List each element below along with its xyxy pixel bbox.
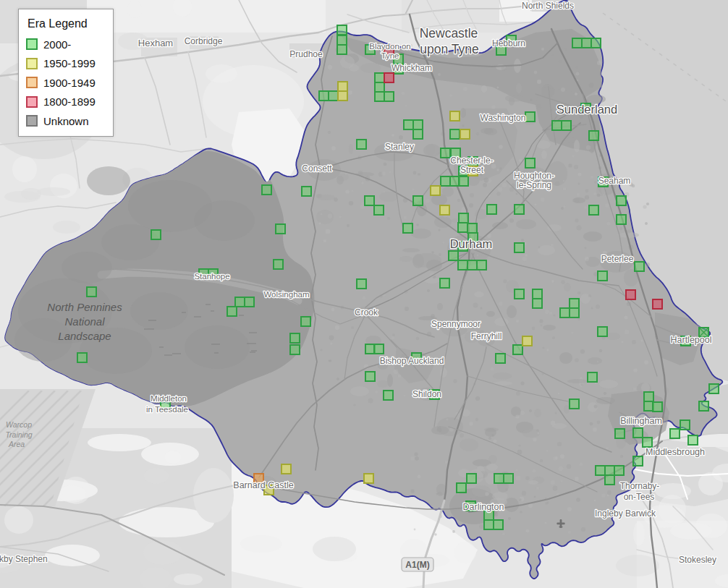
svg-text:Middlesbrough: Middlesbrough [646, 447, 705, 457]
svg-text:Tyne: Tyne [381, 51, 399, 60]
svg-text:Shildon: Shildon [412, 389, 441, 399]
svg-text:Stokesley: Stokesley [679, 555, 716, 565]
svg-text:Bishop Auckland: Bishop Auckland [380, 356, 444, 366]
svg-text:Ingleby Barwick: Ingleby Barwick [595, 508, 656, 519]
svg-text:Sunderland: Sunderland [556, 103, 617, 116]
svg-text:Newcastle: Newcastle [420, 26, 478, 41]
svg-text:Kirkby Stephen: Kirkby Stephen [0, 554, 48, 564]
svg-text:Peterlee: Peterlee [601, 254, 634, 264]
svg-text:Durham: Durham [450, 237, 493, 250]
svg-text:National: National [64, 315, 105, 328]
svg-text:Hartlepool: Hartlepool [671, 335, 712, 345]
svg-text:Seaham: Seaham [598, 176, 631, 186]
svg-text:Area: Area [8, 440, 25, 448]
svg-text:A1(M): A1(M) [405, 560, 429, 570]
svg-text:on-Tees: on-Tees [624, 492, 655, 502]
svg-text:Corbridge: Corbridge [185, 36, 223, 46]
svg-text:Landscape: Landscape [58, 330, 111, 342]
svg-text:Middleton: Middleton [151, 394, 187, 403]
svg-text:le-Spring: le-Spring [517, 180, 551, 190]
svg-text:Prudhoe: Prudhoe [289, 49, 323, 59]
svg-text:Wolsingham: Wolsingham [263, 290, 309, 299]
svg-text:Billingham: Billingham [620, 416, 662, 426]
svg-text:Hebburn: Hebburn [492, 38, 525, 48]
svg-text:Hexham: Hexham [138, 38, 173, 48]
svg-text:Whickham: Whickham [391, 63, 432, 73]
svg-text:in Teesdale: in Teesdale [146, 405, 188, 414]
svg-text:North Pennines: North Pennines [47, 301, 122, 313]
svg-text:Training: Training [5, 430, 32, 439]
svg-text:Crook: Crook [355, 307, 378, 318]
svg-text:Darlington: Darlington [463, 502, 504, 512]
svg-text:Street: Street [460, 165, 484, 175]
svg-text:Stanhope: Stanhope [194, 272, 229, 281]
svg-text:Consett: Consett [302, 163, 332, 174]
svg-text:Warcop: Warcop [6, 420, 32, 429]
svg-text:Washington: Washington [481, 113, 526, 123]
svg-text:upon Tyne: upon Tyne [420, 42, 478, 56]
svg-text:Spennymoor: Spennymoor [431, 319, 481, 329]
svg-text:Stanley: Stanley [385, 142, 414, 152]
svg-text:Thornaby-: Thornaby- [620, 481, 660, 491]
svg-text:Ferryhill: Ferryhill [471, 331, 502, 341]
svg-text:Barnard Castle: Barnard Castle [233, 480, 293, 490]
svg-text:Blaydon on: Blaydon on [369, 42, 411, 51]
svg-text:Chester-le-: Chester-le- [450, 155, 493, 166]
svg-text:Houghton-: Houghton- [514, 171, 554, 181]
svg-text:North Shields: North Shields [522, 1, 574, 11]
